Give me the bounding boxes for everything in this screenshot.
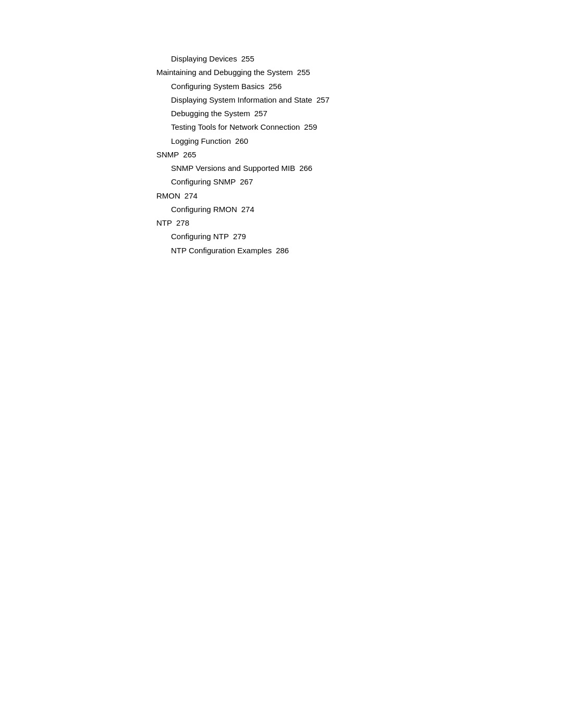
toc-title: Configuring System Basics bbox=[171, 82, 264, 91]
toc-page: 286 bbox=[276, 246, 289, 255]
toc-page: 257 bbox=[254, 109, 267, 118]
toc-entry: SNMP265 bbox=[156, 148, 563, 162]
toc-title: Testing Tools for Network Connection bbox=[171, 122, 300, 131]
toc-entry: Logging Function260 bbox=[156, 134, 563, 148]
toc-entry: Maintaining and Debugging the System255 bbox=[156, 66, 563, 79]
toc-page: 278 bbox=[176, 218, 189, 227]
toc-entry: Debugging the System257 bbox=[156, 107, 563, 120]
toc-page: 259 bbox=[304, 122, 317, 131]
toc-entry: Configuring NTP279 bbox=[156, 230, 563, 243]
toc-entry: SNMP Versions and Supported MIB266 bbox=[156, 162, 563, 175]
toc-page: 266 bbox=[299, 164, 312, 172]
toc-page: 274 bbox=[185, 191, 198, 200]
toc-title: SNMP bbox=[156, 150, 179, 159]
toc-title: Displaying System Information and State bbox=[171, 95, 312, 104]
toc-page: 267 bbox=[240, 177, 253, 186]
toc-entry: RMON274 bbox=[156, 189, 563, 203]
toc-page: 265 bbox=[183, 150, 196, 159]
toc-page: 257 bbox=[316, 95, 329, 104]
toc-entry: Configuring RMON274 bbox=[156, 203, 563, 216]
toc-entry: Configuring SNMP267 bbox=[156, 175, 563, 189]
toc-title: Configuring RMON bbox=[171, 205, 237, 214]
toc-title: Debugging the System bbox=[171, 109, 250, 118]
toc-entry: Testing Tools for Network Connection259 bbox=[156, 120, 563, 134]
toc-title: Configuring SNMP bbox=[171, 177, 236, 186]
toc-entry: NTP Configuration Examples286 bbox=[156, 244, 563, 257]
toc-entry: NTP278 bbox=[156, 216, 563, 230]
page-container: Displaying Devices255Maintaining and Deb… bbox=[0, 0, 563, 257]
toc-page: 274 bbox=[241, 205, 254, 214]
toc-title: SNMP Versions and Supported MIB bbox=[171, 164, 295, 172]
toc-page: 279 bbox=[233, 232, 246, 241]
toc-section: Displaying Devices255Maintaining and Deb… bbox=[0, 52, 563, 257]
toc-entry: Displaying System Information and State2… bbox=[156, 93, 563, 107]
toc-title: NTP bbox=[156, 218, 172, 227]
toc-entry: Displaying Devices255 bbox=[156, 52, 563, 66]
toc-title: Logging Function bbox=[171, 137, 231, 145]
toc-title: Maintaining and Debugging the System bbox=[156, 68, 293, 77]
toc-title: Displaying Devices bbox=[171, 54, 237, 63]
toc-page: 255 bbox=[297, 68, 310, 77]
toc-title: Configuring NTP bbox=[171, 232, 229, 241]
toc-page: 260 bbox=[235, 137, 248, 145]
toc-page: 256 bbox=[268, 82, 282, 91]
toc-title: RMON bbox=[156, 191, 180, 200]
toc-page: 255 bbox=[241, 54, 254, 63]
toc-title: NTP Configuration Examples bbox=[171, 246, 272, 255]
toc-entry: Configuring System Basics256 bbox=[156, 80, 563, 93]
